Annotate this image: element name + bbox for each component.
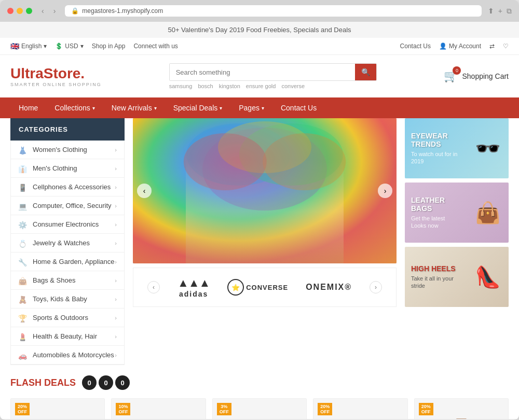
sidebar-item-womens-clothing[interactable]: 👗 Women's Clothing › [11, 141, 124, 159]
search-input[interactable] [170, 64, 355, 80]
utility-left: 🇬🇧 English ▾ 💲 USD ▾ Shop in App Connect… [10, 42, 178, 50]
search-tag-converse[interactable]: converse [281, 83, 305, 89]
brand-converse[interactable]: ⭐ CONVERSE [227, 279, 288, 296]
currency-selector[interactable]: 💲 USD ▾ [55, 43, 83, 50]
hero-banner-inner [133, 118, 397, 263]
language-selector[interactable]: 🇬🇧 English ▾ [10, 42, 47, 50]
brands-prev-button[interactable]: ‹ [147, 281, 160, 293]
banner-leather-bags[interactable]: LEATHER BAGS Get the latest Looks now 👜 [405, 183, 509, 243]
sidebar-item-left: 💄 Health & Beauty, Hair [18, 332, 97, 340]
my-account-link[interactable]: 👤 My Account [439, 43, 481, 50]
share-button[interactable]: ⬆ [488, 7, 494, 16]
contact-us-link[interactable]: Contact Us [400, 43, 431, 50]
tabs-button[interactable]: ⧉ [507, 7, 512, 16]
sidebar-item-sports[interactable]: 🏆 Sports & Outdoors › [11, 309, 124, 327]
sidebar-item-consumer-electronics[interactable]: ⚙️ Consumer Electronics › [11, 215, 124, 234]
special-deals-dropdown-icon: ▾ [220, 105, 222, 111]
sidebar-cellphones-label: Cellphones & Accessories [33, 183, 111, 191]
sidebar-item-mens-clothing[interactable]: 👔 Men's Clothing › [11, 159, 124, 178]
nav-pages-label: Pages [239, 104, 260, 112]
sidebar-item-left: ⚙️ Consumer Electronics [18, 220, 99, 228]
brand-onemix[interactable]: ONEMIX® [306, 283, 352, 292]
sidebar-item-left: 🧸 Toys, Kids & Baby [18, 295, 87, 303]
shop-in-app-link[interactable]: Shop in App [92, 43, 126, 50]
onemix-text: ONEMIX® [306, 283, 352, 291]
browser-titlebar: ‹ › 🔒 megastores-1.myshopify.com ⬆ + ⧉ [0, 0, 519, 22]
product-card-4[interactable]: 20%OFF 🎮 [313, 398, 407, 419]
search-tag-samsung[interactable]: samsung [169, 83, 193, 89]
exchange-icon-btn[interactable]: ⇄ [489, 43, 495, 50]
nav-collections[interactable]: Collections ▾ [46, 97, 103, 118]
hero-prev-button[interactable]: ‹ [137, 184, 152, 198]
search-button[interactable]: 🔍 [355, 64, 376, 80]
logo-area[interactable]: UltraStore. SMARTER ONLINE SHOPPING [10, 65, 102, 87]
minimize-dot[interactable] [17, 8, 23, 14]
sidebar-item-home-garden[interactable]: 🔧 Home & Garden, Appliance › [11, 253, 124, 271]
automobiles-icon: 🚗 [18, 352, 28, 359]
banner-heels-title: HIGH HEELS [411, 264, 461, 273]
discount-badge-4: 20%OFF [318, 403, 332, 415]
main-navigation: Home Collections ▾ New Arrivals ▾ Specia… [0, 97, 519, 118]
converse-star-icon: ⭐ [227, 279, 244, 296]
sidebar-toys-label: Toys, Kids & Baby [33, 295, 87, 303]
chevron-right-icon: › [115, 333, 117, 340]
product-card-5[interactable]: 20%OFF ⌚ [414, 398, 509, 419]
nav-special-deals[interactable]: Special Deals ▾ [165, 97, 231, 118]
exchange-icon: ⇄ [489, 43, 495, 50]
banner-eyewear-title: EYEWEAR TRENDS [411, 132, 461, 148]
sidebar-item-automobiles[interactable]: 🚗 Automobiles & Motorcycles › [11, 346, 124, 365]
product-card-3[interactable]: 3%OFF 📷 [212, 398, 307, 419]
banner-eyewear[interactable]: EYEWEAR TRENDS To watch out for in 2019 … [405, 118, 509, 178]
search-tag-bosch[interactable]: bosch [198, 83, 213, 89]
back-button[interactable]: ‹ [38, 6, 47, 16]
brand-adidas[interactable]: ▲▲▲ adidas [177, 276, 210, 298]
utility-right: Contact Us 👤 My Account ⇄ ♡ [400, 43, 509, 50]
sidebar-item-left: 💻 Computer, Office, Security [18, 202, 112, 209]
cart-area[interactable]: 🛒 0 Shopping Cart [444, 69, 509, 83]
svg-point-4 [184, 133, 267, 190]
sidebar-item-computer[interactable]: 💻 Computer, Office, Security › [11, 197, 124, 215]
sports-icon: 🏆 [18, 314, 28, 321]
brands-next-button[interactable]: › [370, 281, 382, 293]
banner-heels-text: HIGH HEELS Take it all in your stride [405, 258, 467, 296]
search-tag-kingston[interactable]: kingston [219, 83, 240, 89]
nav-contact-us[interactable]: Contact Us [272, 97, 325, 118]
nav-home[interactable]: Home [10, 97, 46, 118]
search-tag-ensure[interactable]: ensure gold [246, 83, 276, 89]
chevron-right-icon: › [115, 296, 117, 302]
sidebar-bags-shoes-label: Bags & Shoes [33, 276, 75, 284]
wishlist-header-btn[interactable]: ♡ [503, 43, 509, 50]
forward-button[interactable]: › [50, 6, 59, 16]
computer-icon: 💻 [18, 202, 28, 209]
nav-new-arrivals[interactable]: New Arrivals ▾ [103, 97, 165, 118]
chevron-right-icon: › [115, 184, 117, 190]
banner-leather-text: LEATHER BAGS Get the latest Looks now [405, 190, 467, 236]
banner-high-heels[interactable]: HIGH HEELS Take it all in your stride 👠 [405, 247, 509, 307]
product-card-1[interactable]: 20%OFF 👒 [10, 398, 105, 419]
banner-eyewear-subtitle: To watch out for in 2019 [411, 150, 461, 165]
new-tab-button[interactable]: + [498, 7, 502, 16]
maximize-dot[interactable] [26, 8, 32, 14]
adidas-text: adidas [177, 290, 210, 298]
sidebar-item-toys[interactable]: 🧸 Toys, Kids & Baby › [11, 290, 124, 309]
sidebar-item-health[interactable]: 💄 Health & Beauty, Hair › [11, 327, 124, 346]
chevron-right-icon: › [115, 203, 117, 209]
nav-pages[interactable]: Pages ▾ [230, 97, 272, 118]
hero-next-button[interactable]: › [378, 184, 392, 198]
flash-deals-header: FLASH DEALS 0 0 0 [10, 375, 509, 390]
chevron-right-icon: › [115, 240, 117, 246]
address-bar[interactable]: 🔒 megastores-1.myshopify.com [65, 5, 481, 17]
my-account-label: My Account [449, 43, 481, 50]
close-dot[interactable] [7, 8, 13, 14]
sidebar-item-bags-shoes[interactable]: 👜 Bags & Shoes › [11, 271, 124, 290]
product-card-2[interactable]: 10%OFF 👟 [111, 398, 206, 419]
countdown-seconds: 0 [115, 375, 130, 390]
sidebar-item-left: 🚗 Automobiles & Motorcycles [18, 351, 114, 359]
discount-badge-3: 3%OFF [217, 403, 231, 415]
sidebar-home-garden-label: Home & Garden, Appliance [33, 258, 115, 265]
banner-leather-title: LEATHER BAGS [411, 196, 461, 213]
sidebar-item-cellphones[interactable]: 📱 Cellphones & Accessories › [11, 178, 124, 197]
sidebar-item-jewelry[interactable]: 💍 Jewelry & Watches › [11, 234, 124, 253]
connect-link[interactable]: Connect with us [133, 43, 177, 50]
url-text[interactable]: megastores-1.myshopify.com [82, 7, 163, 15]
